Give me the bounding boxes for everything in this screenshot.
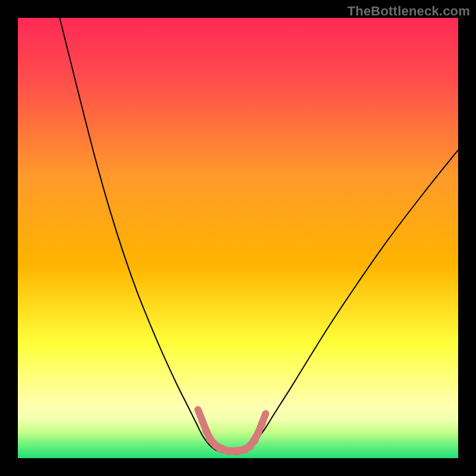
plot-area xyxy=(18,18,458,458)
gradient-background xyxy=(18,18,458,458)
chart-frame: TheBottleneck.com xyxy=(0,0,476,476)
watermark-text: TheBottleneck.com xyxy=(347,4,470,19)
highlight-dot xyxy=(261,414,266,427)
chart-svg xyxy=(18,18,458,458)
